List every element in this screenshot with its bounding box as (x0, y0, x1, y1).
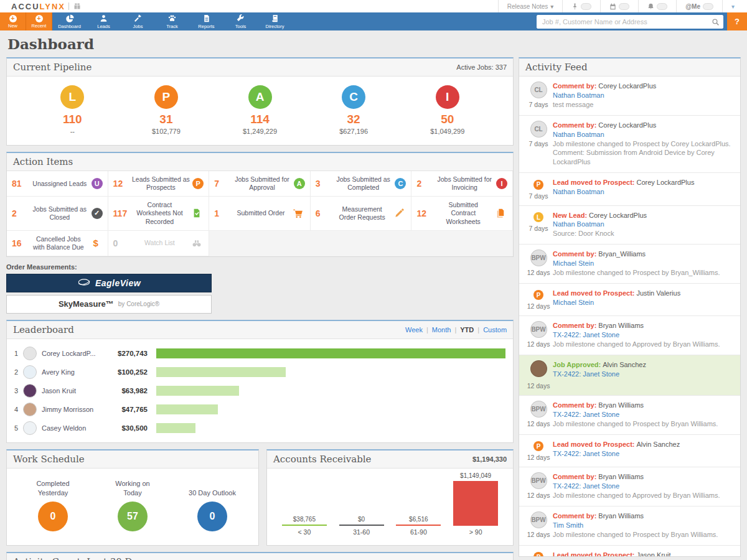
action-item[interactable]: 3 Jobs Submitted as Completed C (311, 171, 412, 197)
feed-contact-link[interactable]: Tim Smith (553, 521, 734, 529)
feed-entry: CL 7 days Comment by:Corey LockardPlus N… (519, 77, 740, 116)
feed-contact-link[interactable]: Michael Stein (553, 299, 734, 306)
calendar-button[interactable] (600, 0, 638, 12)
leaderboard-row[interactable]: 5 Casey Weldon $30,500 (7, 419, 513, 437)
action-item[interactable]: 0 Watch List (108, 231, 210, 256)
feed-contact-link[interactable]: Michael Stein (553, 259, 734, 267)
acculynx-logo[interactable]: ACCULYNX (11, 2, 81, 11)
pipeline-stage[interactable]: P 31 $102,779 (132, 85, 200, 135)
leaderboard-row[interactable]: 4 Jimmy Morrisson $47,765 (7, 400, 513, 419)
feed-entry: P 12 days Lead moved to Prospect:Justin … (519, 284, 740, 317)
help-button[interactable]: ? (727, 12, 747, 30)
leaderboard-row[interactable]: 3 Jason Kruit $63,982 (7, 381, 513, 400)
leaderboard-filter[interactable]: Month (423, 326, 451, 334)
leaderboard-card: Leaderboard WeekMonthYTDCustom 1 Corey L… (6, 320, 514, 443)
nav-item[interactable]: Jobs (121, 12, 155, 30)
work-schedule-stat[interactable]: Completed Yesterday 0 (26, 478, 80, 531)
action-item[interactable]: 12 Leads Submitted as Prospects P (108, 171, 210, 197)
nav-item[interactable]: Dashboard (52, 12, 87, 30)
feed-contact-link[interactable]: TX-2422: Janet Stone (553, 450, 734, 457)
acculynx-mark-icon (73, 2, 81, 10)
ar-column[interactable]: $38,765 < 30 (282, 516, 327, 536)
avatar (23, 347, 37, 360)
feed-actor-name: Jason Kruit (636, 551, 670, 557)
search-input[interactable] (537, 15, 723, 29)
feed-description: Job milestone changed to Approved by Bry… (553, 340, 734, 349)
feed-description: Job milestone changed to Prospect by Cor… (553, 139, 734, 167)
feed-entry: CL 7 days Comment by:Corey LockardPlus N… (519, 116, 740, 173)
feed-contact-link[interactable]: Nathan Boatman (553, 188, 734, 195)
action-item[interactable]: 6 Measurement Order Requests (311, 197, 412, 230)
avatar: BPW (530, 321, 547, 338)
pipeline-stage[interactable]: I 50 $1,049,299 (413, 85, 482, 135)
leaderboard-filter[interactable]: Custom (474, 326, 507, 334)
pipeline-stage[interactable]: C 32 $627,196 (319, 85, 388, 135)
approved-badge-icon: A (294, 178, 305, 189)
at-me-button[interactable]: @Me (676, 0, 722, 12)
nav-item[interactable]: Reports (189, 12, 223, 30)
hammer-icon (134, 14, 142, 23)
action-item[interactable]: 16 Cancelled Jobs with Balance Due $ (7, 231, 108, 256)
work-schedule-stat[interactable]: 30 Day Outlook 0 (186, 478, 239, 531)
release-notes-link[interactable]: Release Notes ▾ (498, 0, 563, 12)
work-schedule-stat[interactable]: Working on Today 57 (106, 478, 159, 531)
feed-description: test message (553, 100, 734, 110)
salesperson-name: Casey Weldon (42, 424, 109, 432)
pipeline-stage[interactable]: A 114 $1,249,229 (226, 85, 294, 135)
stage-count: 50 (413, 113, 482, 126)
pinned-items-button[interactable] (562, 0, 600, 12)
feed-contact-link[interactable]: Nathan Boatman (553, 220, 734, 228)
action-item[interactable]: 117 Contract Worksheets Not Recorded (108, 197, 210, 230)
feed-contact-link[interactable]: TX-2422: Janet Stone (553, 411, 734, 418)
feed-actor-name: Alvin Sanchez (603, 361, 646, 368)
ar-column[interactable]: $0 31-60 (339, 516, 384, 536)
feed-contact-link[interactable]: TX-2422: Janet Stone (553, 370, 734, 378)
action-item-count: 0 (113, 238, 129, 248)
nav-item[interactable]: Leads (87, 12, 121, 30)
eagleview-button[interactable]: EagleView (6, 274, 212, 292)
stage-letter-icon: P (154, 85, 178, 109)
leaderboard-row[interactable]: 1 Corey LockardP... $270,743 (7, 344, 513, 363)
nav-quick-button[interactable]: + New (0, 12, 26, 30)
action-item[interactable]: 1 Submitted Order (209, 197, 311, 230)
order-measurements: Order Measurements: EagleView SkyMeasure… (6, 263, 212, 314)
feed-entry: BPW 12 days Comment by:Bryan Williams TX… (519, 467, 740, 506)
action-item[interactable]: 2 Jobs Submitted for Invoicing I (411, 171, 513, 197)
activity-count-card: Activity Count: Last 30 Days (6, 552, 514, 560)
stage-amount: $627,196 (319, 128, 388, 135)
leaderboard-filter[interactable]: Week (405, 326, 423, 334)
action-item[interactable]: 7 Jobs Submitted for Approval A (209, 171, 311, 197)
feed-description: Source: Door Knock (553, 229, 734, 238)
feed-contact-link[interactable]: Nathan Boatman (553, 91, 734, 99)
skymeasure-button[interactable]: SkyMeasure™ by CoreLogic® (6, 295, 212, 314)
feed-entry: P 7 days Lead moved to Prospect:Corey Lo… (519, 173, 740, 206)
leaderboard-row[interactable]: 2 Avery King $100,252 (7, 363, 513, 381)
notifications-button[interactable] (638, 0, 676, 12)
work-schedule-label: Working on Today (106, 478, 159, 497)
ar-column[interactable]: $6,516 61-90 (396, 516, 441, 536)
leaderboard-filter[interactable]: YTD (451, 326, 474, 334)
feed-actor-name: Alvin Sanchez (636, 441, 680, 448)
feed-action-label: Lead moved to Prospect: (553, 289, 634, 297)
nav-item[interactable]: Directory (258, 12, 292, 30)
avatar: BPW (530, 401, 547, 418)
nav-quick-button[interactable]: + Recent (26, 12, 52, 30)
nav-item[interactable]: Track (155, 12, 189, 30)
search-icon[interactable] (712, 17, 720, 29)
action-item[interactable]: 12 Submitted Contract Worksheets (411, 197, 513, 230)
section-title: Work Schedule (13, 454, 85, 465)
feed-contact-link[interactable]: Nathan Boatman (553, 131, 734, 138)
ar-column[interactable]: $1,149,049 > 90 (453, 472, 498, 536)
avatar: P (533, 441, 543, 451)
action-item[interactable]: 81 Unassigned Leads U (7, 171, 108, 197)
paw-icon (168, 14, 176, 23)
pipeline-stage[interactable]: L 110 -- (38, 85, 106, 135)
action-item[interactable]: 2 Jobs Submitted as Closed ✓ (7, 197, 108, 230)
feed-contact-link[interactable]: TX-2422: Janet Stone (553, 331, 734, 338)
completed-badge-icon: C (395, 178, 406, 189)
nav-item[interactable]: Tools (223, 12, 258, 30)
user-menu-caret[interactable]: ▾ (722, 0, 743, 12)
feed-contact-link[interactable]: TX-2422: Janet Stone (553, 482, 734, 490)
action-item-label: Cancelled Jobs with Balance Due (28, 235, 89, 251)
notifications-count-badge (657, 3, 667, 10)
